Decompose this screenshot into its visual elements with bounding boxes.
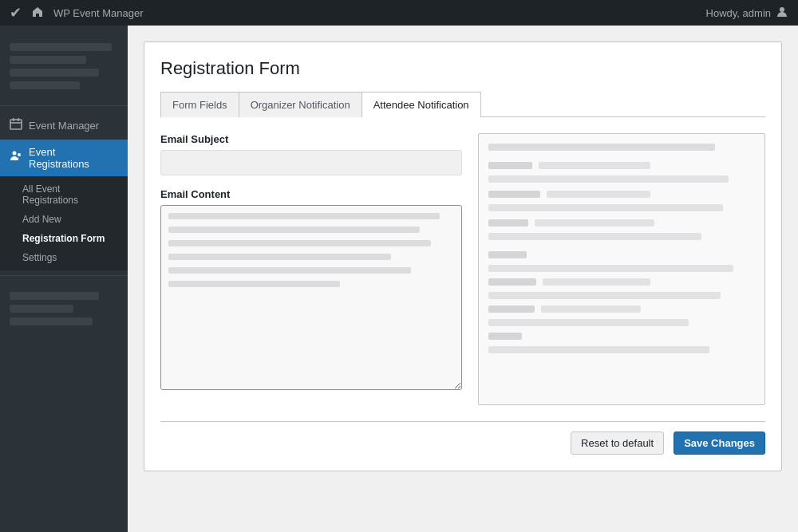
email-subject-input[interactable]: [160, 150, 462, 175]
sidebar-item-all-registrations[interactable]: All Event Registrations: [0, 179, 128, 210]
preview-full-row-12: [488, 319, 689, 326]
preview-full-row-4: [488, 204, 723, 211]
sidebar-item-event-manager[interactable]: Event Manager: [0, 111, 128, 140]
reset-button[interactable]: Reset to default: [571, 432, 664, 455]
email-content-textarea[interactable]: [160, 205, 462, 390]
user-greeting: Howdy, admin: [706, 7, 771, 19]
calendar-icon: [10, 117, 22, 133]
save-button[interactable]: Save Changes: [674, 432, 765, 455]
svg-point-3: [18, 153, 21, 156]
user-avatar-icon: [776, 6, 788, 21]
preview-full-row-14: [488, 346, 709, 353]
page-title: Registration Form: [160, 58, 765, 79]
preview-row-5: [488, 219, 755, 227]
preview-header-bar: [488, 144, 715, 151]
preview-row-11: [488, 305, 755, 313]
content-wrap: Registration Form Form Fields Organizer …: [144, 41, 782, 471]
main-content: Registration Form Form Fields Organizer …: [128, 26, 798, 532]
preview-row-13: [488, 333, 755, 340]
event-manager-label: Event Manager: [29, 120, 99, 132]
sidebar: Event Manager Event Registrations All Ev…: [0, 26, 128, 532]
svg-rect-1: [10, 120, 22, 129]
tab-attendee-notification[interactable]: Attendee Notification: [361, 92, 481, 117]
tab-form-fields[interactable]: Form Fields: [160, 92, 239, 117]
home-icon[interactable]: [31, 6, 44, 21]
event-registrations-submenu: All Event Registrations Add New Registra…: [0, 176, 128, 270]
preview-panel: [478, 133, 765, 405]
sidebar-placeholder-top: [0, 32, 128, 100]
sidebar-item-event-registrations[interactable]: Event Registrations: [0, 140, 128, 176]
site-name[interactable]: WP Event Manager: [53, 7, 143, 19]
tab-navigation: Form Fields Organizer Notification Atten…: [160, 92, 765, 117]
wp-logo-icon[interactable]: ✔: [10, 4, 22, 22]
tab-organizer-notification[interactable]: Organizer Notification: [239, 92, 362, 117]
preview-row-1: [488, 162, 755, 169]
event-registrations-label: Event Registrations: [29, 146, 118, 170]
preview-row-7: [488, 251, 755, 258]
email-subject-label: Email Subject: [160, 133, 462, 145]
sidebar-placeholder-bottom: [0, 281, 128, 337]
registrations-icon: [10, 150, 22, 166]
svg-point-2: [13, 152, 17, 156]
preview-full-row-8: [488, 265, 733, 272]
submit-row: Reset to default Save Changes: [160, 421, 765, 455]
preview-row-3: [488, 191, 755, 198]
form-fields-left: Email Subject Email Content: [160, 133, 462, 405]
svg-point-0: [780, 7, 784, 12]
email-content-field: Email Content: [160, 188, 462, 392]
sidebar-item-settings[interactable]: Settings: [0, 248, 128, 267]
sidebar-item-add-new[interactable]: Add New: [0, 210, 128, 229]
admin-bar: ✔ WP Event Manager Howdy, admin: [0, 0, 798, 26]
email-content-label: Email Content: [160, 188, 462, 200]
form-area: Email Subject Email Content: [160, 133, 765, 405]
email-subject-field: Email Subject: [160, 133, 462, 175]
sidebar-item-registration-form[interactable]: Registration Form: [0, 229, 128, 248]
preview-full-row-2: [488, 175, 729, 183]
preview-full-row-10: [488, 292, 721, 299]
preview-full-row-6: [488, 233, 701, 240]
preview-row-9: [488, 278, 755, 286]
